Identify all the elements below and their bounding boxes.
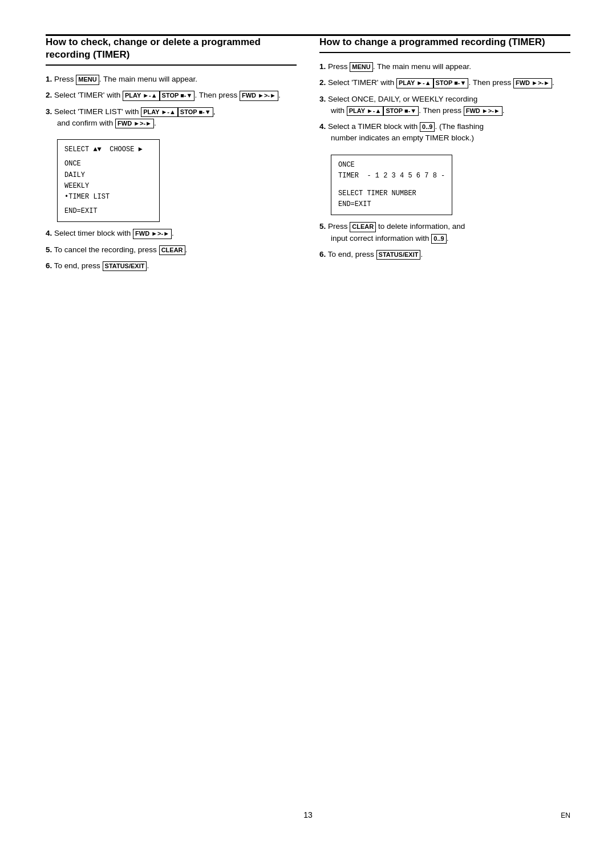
left-step-3: 3. Select 'TIMER LIST' with PLAY ►-▲STOP…: [46, 106, 297, 130]
right-step-3-cont: with PLAY ►-▲STOP ■-▼. Then press FWD ►>…: [319, 105, 570, 116]
screen-line-daily: DAILY: [64, 170, 152, 181]
right-step-2-kbd-fwd: FWD ►>-►: [513, 78, 552, 88]
page-number: 13: [303, 810, 313, 819]
left-step-2-num: 2.: [46, 91, 52, 99]
right-step-5-num: 5.: [319, 222, 326, 231]
left-step-5-kbd-clear: CLEAR: [159, 245, 185, 255]
left-column: How to check, change or delete a program…: [46, 36, 297, 276]
right-step-2: 2. Select 'TIMER' with PLAY ►-▲STOP ■-▼.…: [319, 77, 570, 88]
right-screen-line-timer: TIMER - 1 2 3 4 5 6 7 8 -: [338, 171, 445, 181]
left-screen-box: SELECT ▲▼ CHOOSE ► ONCE DAILY WEEKLY •TI…: [57, 139, 160, 222]
left-step-3-num: 3.: [46, 107, 52, 116]
screen-line-weekly: WEEKLY: [64, 181, 152, 192]
right-step-5: 5. Press CLEAR to delete information, an…: [319, 221, 570, 244]
right-step-3-num: 3.: [319, 95, 326, 103]
left-step-6-num: 6.: [46, 261, 52, 270]
right-step-5-kbd-09: 0..9: [431, 234, 446, 244]
right-step-6-num: 6.: [319, 250, 326, 259]
main-columns: How to check, change or delete a program…: [46, 36, 570, 276]
right-step-4-num: 4.: [319, 122, 326, 131]
left-step-6-kbd-status: STATUS/EXIT: [103, 261, 147, 271]
right-step-2-num: 2.: [319, 78, 326, 87]
right-step-4-cont: number indicates an empty TIMER block.): [319, 132, 570, 144]
right-step-5-kbd-clear: CLEAR: [350, 222, 376, 232]
page-lang: EN: [561, 811, 570, 819]
screen-line-once: ONCE: [64, 159, 152, 169]
right-screen-box: ONCE TIMER - 1 2 3 4 5 6 7 8 - SELECT TI…: [331, 155, 452, 216]
left-step-3-kbd-play: PLAY ►-▲: [141, 107, 178, 117]
right-screen-line-end: END=EXIT: [338, 199, 445, 210]
right-step-4-kbd-09: 0..9: [420, 122, 435, 132]
right-step-4: 4. Select a TIMER block with 0..9. (The …: [319, 121, 570, 144]
left-step-1-kbd-menu: MENU: [76, 75, 99, 84]
screen-line-timerlist: •TIMER LIST: [64, 192, 152, 203]
left-step-5: 5. To cancel the recording, press CLEAR.: [46, 244, 297, 256]
right-screen-line-select: SELECT TIMER NUMBER: [338, 188, 445, 199]
left-step-2-kbd-fwd: FWD ►>-►: [240, 91, 278, 100]
left-step-4-kbd-fwd: FWD ►>-►: [133, 229, 172, 239]
left-step-4: 4. Select timer block with FWD ►>-►.: [46, 228, 297, 239]
left-step-2: 2. Select 'TIMER' with PLAY ►-▲STOP ■-▼.…: [46, 90, 297, 101]
left-step-6: 6. To end, press STATUS/EXIT.: [46, 260, 297, 272]
left-step-2-kbd-stop: STOP ■-▼: [160, 91, 195, 100]
right-step-2-kbd-stop: STOP ■-▼: [433, 78, 469, 88]
screen-line-1: SELECT ▲▼ CHOOSE ►: [64, 144, 152, 155]
screen-line-end: END=EXIT: [64, 206, 152, 217]
right-step-1-num: 1.: [319, 62, 326, 71]
left-step-5-num: 5.: [46, 245, 52, 254]
right-screen-line-once: ONCE: [338, 160, 445, 171]
right-step-1-kbd-menu: MENU: [350, 62, 372, 72]
left-step-3-kbd-fwd: FWD ►>-►: [115, 119, 154, 128]
left-step-4-num: 4.: [46, 229, 52, 237]
left-step-1: 1. Press MENU. The main menu will appear…: [46, 74, 297, 85]
right-step-6-kbd-status: STATUS/EXIT: [376, 250, 421, 260]
right-step-3-kbd-play: PLAY ►-▲: [347, 106, 384, 116]
right-step-3-kbd-stop: STOP ■-▼: [383, 106, 419, 116]
right-section-title: How to change a programmed recording (TI…: [319, 36, 570, 53]
right-column: How to change a programmed recording (TI…: [319, 36, 570, 276]
left-step-2-kbd-play: PLAY ►-▲: [123, 91, 160, 100]
left-step-3-kbd-stop: STOP ■-▼: [178, 107, 213, 117]
right-step-3-kbd-fwd: FWD ►>-►: [464, 106, 502, 116]
right-step-2-kbd-play: PLAY ►-▲: [396, 78, 433, 88]
left-step-1-num: 1.: [46, 75, 52, 83]
right-step-1: 1. Press MENU. The main menu will appear…: [319, 61, 570, 72]
right-step-6: 6. To end, press STATUS/EXIT.: [319, 249, 570, 260]
left-step-3-cont: and confirm with FWD ►>-►.: [46, 118, 297, 129]
right-step-3: 3. Select ONCE, DAILY, or WEEKLY recordi…: [319, 94, 570, 117]
page: How to check, change or delete a program…: [0, 0, 616, 848]
right-step-5-cont: input correct information with 0..9.: [319, 233, 570, 244]
left-section-title: How to check, change or delete a program…: [46, 36, 297, 66]
